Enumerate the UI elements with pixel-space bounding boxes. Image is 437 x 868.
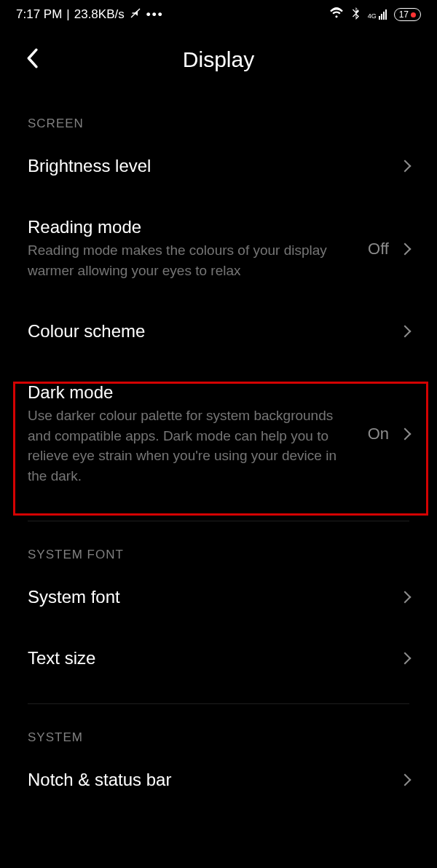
brightness-level-item[interactable]: Brightness level: [28, 135, 409, 197]
system-font-item[interactable]: System font: [28, 567, 409, 628]
time: 7:17 PM: [16, 7, 62, 22]
signal-icon: 4G: [368, 9, 387, 20]
notch-title: Notch & status bar: [28, 770, 386, 790]
text-size-title: Text size: [28, 648, 386, 668]
highlight-box: [13, 382, 428, 516]
section-label-systemfont: SYSTEM FONT: [28, 548, 409, 562]
text-size-item[interactable]: Text size: [28, 628, 409, 689]
net-speed: 23.8KB/s: [74, 7, 125, 22]
chevron-right-icon: [399, 326, 412, 338]
reading-title: Reading mode: [28, 217, 353, 237]
notch-status-bar-item[interactable]: Notch & status bar: [28, 749, 409, 800]
chevron-right-icon: [399, 591, 412, 604]
divider: [28, 521, 409, 521]
header: Display: [0, 29, 437, 90]
reading-sub: Reading mode makes the colours of your d…: [28, 240, 353, 280]
section-system: SYSTEM Notch & status bar: [0, 730, 437, 800]
wifi-icon: [329, 7, 344, 23]
status-right: 4G 17: [329, 7, 421, 23]
brightness-title: Brightness level: [28, 156, 386, 176]
reading-value: Off: [368, 240, 389, 259]
colour-title: Colour scheme: [28, 321, 386, 342]
more-icon: •••: [146, 7, 164, 22]
chevron-right-icon: [399, 160, 412, 173]
battery-indicator: 17: [394, 8, 421, 21]
page-title: Display: [183, 47, 254, 72]
status-left: 7:17 PM | 23.8KB/s •••: [16, 7, 164, 23]
divider: [28, 703, 409, 704]
status-bar: 7:17 PM | 23.8KB/s ••• 4G 17: [0, 0, 437, 29]
system-font-title: System font: [28, 587, 386, 607]
chevron-right-icon: [399, 652, 412, 665]
back-button[interactable]: [25, 48, 39, 71]
chevron-right-icon: [399, 242, 412, 255]
colour-scheme-item[interactable]: Colour scheme: [28, 301, 409, 362]
chevron-right-icon: [399, 774, 412, 786]
bluetooth-icon: [351, 7, 361, 23]
section-system-font: SYSTEM FONT System font Text size: [0, 548, 437, 689]
section-label-screen: SCREEN: [28, 117, 409, 131]
section-label-system: SYSTEM: [28, 730, 409, 745]
mute-icon: [129, 7, 142, 23]
reading-mode-item[interactable]: Reading mode Reading mode makes the colo…: [28, 197, 409, 301]
